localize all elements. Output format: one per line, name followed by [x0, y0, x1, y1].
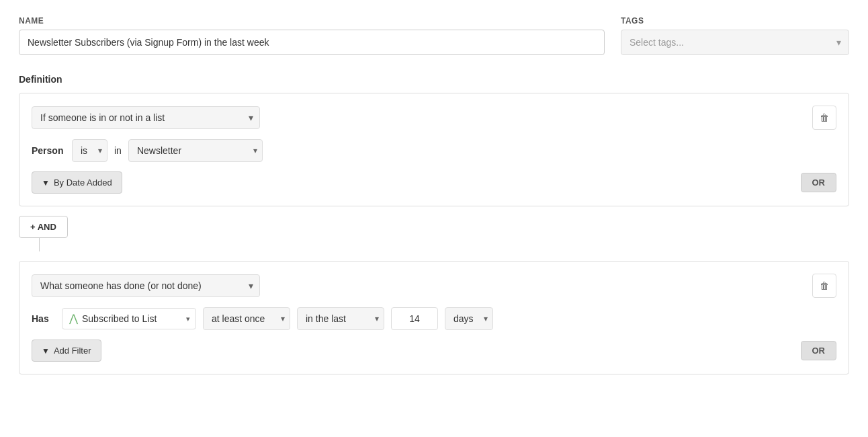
by-date-button[interactable]: ▼ By Date Added	[32, 171, 122, 194]
tags-section: Tags Select tags...	[621, 16, 849, 55]
condition-row-top-2: What someone has done (or not done) 🗑	[32, 274, 836, 298]
trash-icon-1: 🗑	[820, 112, 829, 123]
subscribed-select-container: ⋀ Subscribed to List ▾	[62, 308, 196, 329]
trash-icon-2: 🗑	[820, 280, 829, 291]
has-row: Has ⋀ Subscribed to List ▾ at least once…	[32, 307, 836, 330]
time-qualifier-select[interactable]: in the last	[297, 307, 384, 330]
person-label: Person	[32, 145, 65, 156]
condition-type-select-1[interactable]: If someone is in or not in a list	[32, 106, 260, 129]
in-label: in	[114, 145, 122, 156]
delete-condition-2-button[interactable]: 🗑	[812, 274, 836, 298]
days-value-input[interactable]	[391, 307, 438, 330]
name-section: Name	[19, 16, 605, 55]
name-input[interactable]	[19, 30, 605, 55]
filter-row-1: ▼ By Date Added OR	[32, 171, 836, 194]
frequency-select-wrapper: at least once	[203, 307, 290, 330]
time-qualifier-select-wrapper: in the last	[297, 307, 384, 330]
subscribed-icon: ⋀	[69, 313, 78, 324]
days-unit-select-wrapper: days	[445, 307, 493, 330]
person-row: Person is in Newsletter	[32, 139, 836, 162]
condition-block-2: What someone has done (or not done) 🗑 Ha…	[19, 261, 849, 374]
filter-row-2: ▼ Add Filter OR	[32, 340, 836, 362]
delete-condition-1-button[interactable]: 🗑	[812, 106, 836, 130]
tags-select[interactable]: Select tags...	[621, 30, 849, 55]
and-section: + AND	[19, 216, 849, 251]
subscribed-label: Subscribed to List	[82, 313, 157, 324]
condition-block-1: If someone is in or not in a list 🗑 Pers…	[19, 93, 849, 206]
condition-type-wrapper-2: What someone has done (or not done)	[32, 274, 260, 297]
frequency-select[interactable]: at least once	[203, 307, 290, 330]
days-unit-select[interactable]: days	[445, 307, 493, 330]
subscribed-select-display[interactable]: ⋀ Subscribed to List ▾	[62, 308, 196, 329]
has-label: Has	[32, 313, 55, 324]
or-button-1[interactable]: OR	[801, 173, 837, 192]
definition-section: Definition If someone is in or not in a …	[19, 74, 849, 374]
and-button[interactable]: + AND	[19, 216, 68, 238]
subscribed-chevron: ▾	[186, 315, 190, 323]
vertical-connector-line	[39, 238, 40, 251]
person-condition-select[interactable]: is	[72, 139, 107, 162]
condition-row-top-1: If someone is in or not in a list 🗑	[32, 106, 836, 130]
definition-label: Definition	[19, 74, 849, 85]
condition-type-select-2[interactable]: What someone has done (or not done)	[32, 274, 260, 297]
name-label: Name	[19, 16, 605, 26]
and-label: + AND	[30, 222, 56, 232]
tags-select-wrapper: Select tags...	[621, 30, 849, 55]
filter-icon-2: ▼	[42, 346, 50, 356]
filter-icon-1: ▼	[42, 178, 50, 188]
or-button-2[interactable]: OR	[801, 341, 837, 360]
newsletter-select[interactable]: Newsletter	[128, 139, 263, 162]
add-filter-label: Add Filter	[54, 346, 91, 356]
add-filter-button[interactable]: ▼ Add Filter	[32, 340, 101, 362]
condition-type-wrapper-1: If someone is in or not in a list	[32, 106, 260, 129]
newsletter-select-wrapper: Newsletter	[128, 139, 263, 162]
person-condition-wrapper: is	[72, 139, 107, 162]
by-date-label: By Date Added	[54, 177, 112, 188]
tags-label: Tags	[621, 16, 849, 26]
